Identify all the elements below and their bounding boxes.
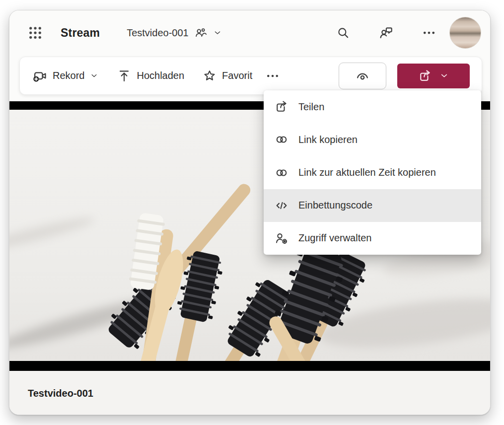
chevron-down-icon (213, 28, 222, 38)
video-add-icon (32, 68, 48, 84)
topbar-right-cluster (336, 25, 436, 41)
menu-item-share[interactable]: Teilen (264, 90, 481, 123)
record-label: Rekord (53, 70, 84, 81)
person-settings-icon (274, 231, 289, 246)
link-icon (274, 165, 289, 180)
upload-button[interactable]: Hochladen (117, 69, 184, 83)
video-title: Testvideo-001 (28, 388, 93, 399)
chevron-down-icon (439, 71, 449, 81)
share-icon (418, 69, 432, 83)
menu-item-copy-link[interactable]: Link kopieren (264, 123, 481, 156)
share-dropdown-menu: Teilen Link kopieren Link zur aktuellen … (264, 90, 481, 255)
app-title[interactable]: Stream (61, 26, 100, 40)
search-icon[interactable] (336, 25, 351, 40)
screenshot: Stream Testvideo-001 (0, 0, 504, 425)
favorite-button[interactable]: Favorit (202, 69, 252, 83)
breadcrumb-video-title: Testvideo-001 (127, 27, 189, 39)
people-icon (194, 26, 207, 39)
top-app-bar: Stream Testvideo-001 (9, 10, 490, 55)
star-icon (202, 69, 217, 83)
video-breadcrumb[interactable]: Testvideo-001 (127, 26, 222, 39)
app-launcher-waffle-icon[interactable] (28, 25, 43, 40)
toolbar-more-ellipsis-icon[interactable] (265, 69, 280, 83)
views-button[interactable] (339, 63, 386, 89)
arrow-upload-icon (117, 69, 132, 83)
upload-label: Hochladen (137, 70, 184, 81)
menu-item-manage-access[interactable]: Zugriff verwalten (264, 222, 481, 255)
menu-item-embed-code[interactable]: Einbettungscode (264, 189, 481, 222)
letterbox-bottom (9, 361, 491, 371)
stream-app-window: Stream Testvideo-001 (9, 10, 491, 415)
menu-item-copy-link-at-time[interactable]: Link zur aktuellen Zeit kopieren (264, 156, 481, 189)
eye-icon (355, 68, 370, 84)
more-options-ellipsis-icon[interactable] (422, 25, 436, 40)
record-button[interactable]: Rekord (32, 68, 99, 84)
share-icon (274, 99, 289, 114)
account-avatar[interactable] (449, 17, 481, 49)
video-info-bar: Testvideo-001 (9, 371, 491, 415)
person-feedback-icon[interactable] (378, 25, 394, 41)
link-icon (274, 132, 289, 147)
video-action-toolbar: Rekord Hochladen Fa (19, 57, 482, 95)
favorite-label: Favorit (222, 70, 252, 81)
share-split-button[interactable] (397, 64, 470, 88)
code-icon (274, 198, 289, 213)
chevron-down-icon (89, 71, 99, 80)
